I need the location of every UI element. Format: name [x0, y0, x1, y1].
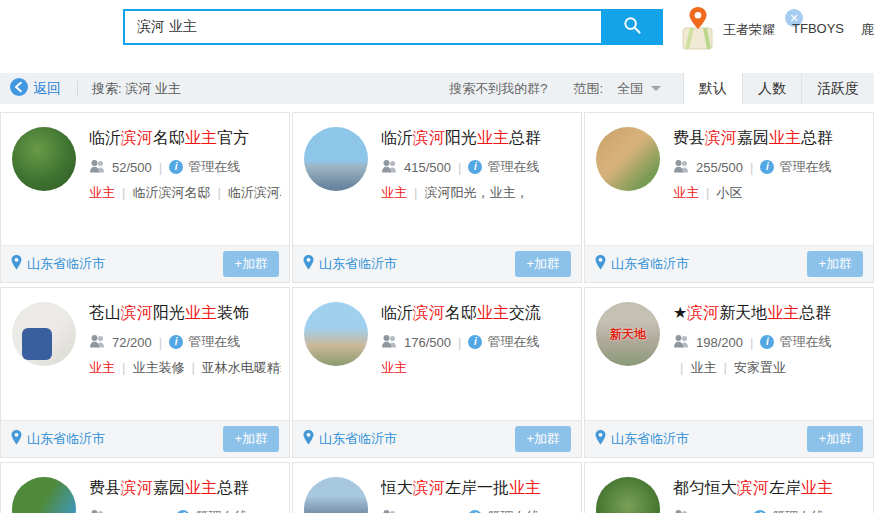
meta-divider: |	[743, 160, 760, 175]
hot-link-tfboys[interactable]: TFBOYS	[792, 21, 844, 39]
member-count: 176/500	[404, 335, 451, 350]
title-text: 临沂	[381, 129, 413, 146]
group-avatar[interactable]	[304, 127, 368, 191]
scope-dropdown[interactable]: 全国	[617, 80, 661, 98]
location-pin-icon	[595, 255, 606, 274]
group-location: 山东省临沂市	[595, 255, 689, 274]
group-location: 山东省临沂市	[11, 255, 105, 274]
title-highlight: 业主	[801, 479, 833, 496]
admin-online-status: 管理在线	[188, 158, 240, 176]
group-avatar[interactable]	[12, 302, 76, 366]
group-avatar[interactable]	[304, 302, 368, 366]
members-icon	[89, 159, 106, 176]
group-title[interactable]: 费县滨河嘉园业主总群	[89, 478, 281, 499]
title-text: 左岸	[769, 479, 801, 496]
info-icon: i	[169, 335, 183, 349]
group-card: 费县滨河嘉园业主总群276/500|i管理在线	[0, 462, 290, 513]
title-text: 总群	[801, 129, 833, 146]
group-title[interactable]: 苍山滨河阳光业主装饰	[89, 303, 281, 324]
members-icon	[673, 334, 690, 351]
card-footer: 山东省临沂市+加群	[1, 245, 289, 282]
location-text: 山东省临沂市	[319, 255, 397, 273]
join-group-button[interactable]: +加群	[515, 426, 571, 452]
join-group-button[interactable]: +加群	[807, 426, 863, 452]
admin-online-status: 管理在线	[195, 508, 247, 513]
title-text: 总群	[509, 129, 541, 146]
group-tags: 业主|小区	[673, 184, 865, 202]
group-title[interactable]: 费县滨河嘉园业主总群	[673, 128, 865, 149]
group-title[interactable]: 恒大滨河左岸一批业主	[381, 478, 573, 499]
group-avatar[interactable]	[304, 477, 368, 513]
tag: 小区	[716, 185, 742, 200]
avatar-sign-text: 新天地	[610, 326, 646, 343]
member-count: 198/200	[696, 335, 743, 350]
tab-activity[interactable]: 活跃度	[801, 73, 874, 104]
group-avatar[interactable]	[12, 127, 76, 191]
member-count: 255/500	[696, 160, 743, 175]
meta-divider: |	[451, 335, 468, 350]
header: ✕ 王者荣耀 TFBOYS 鹿晗	[0, 0, 874, 60]
group-meta: 255/500|i管理在线	[673, 158, 865, 176]
back-button[interactable]: 返回	[10, 78, 61, 100]
back-arrow-icon	[10, 78, 28, 100]
group-card: 新天地★滨河新天地业主总群198/200|i管理在线|业主|安家置业山东省临沂市…	[584, 287, 874, 458]
title-text: 新天地	[719, 304, 767, 321]
group-avatar[interactable]	[596, 127, 660, 191]
join-group-button[interactable]: +加群	[515, 251, 571, 277]
group-tags: |业主|安家置业	[673, 359, 865, 377]
meta-divider: |	[159, 510, 176, 513]
card-footer: 山东省临沂市+加群	[293, 420, 581, 457]
admin-online-status: 管理在线	[487, 333, 539, 351]
title-text: 交流	[509, 304, 541, 321]
tag-highlight: 业主	[89, 360, 115, 375]
group-results-grid: 临沂滨河名邸业主官方52/500|i管理在线业主|临沂滨河名邸|临沂滨河名...…	[0, 112, 874, 513]
location-text: 山东省临沂市	[611, 430, 689, 448]
location-text: 山东省临沂市	[27, 255, 105, 273]
hot-link-wangzherongyao[interactable]: 王者荣耀	[723, 21, 775, 39]
group-meta: 72/200|i管理在线	[673, 508, 865, 513]
tab-default[interactable]: 默认	[683, 73, 742, 104]
search-input[interactable]	[123, 9, 601, 45]
join-group-button[interactable]: +加群	[223, 426, 279, 452]
title-text: 名邸	[445, 304, 477, 321]
meta-divider: |	[152, 335, 169, 350]
map-location-icon[interactable]	[681, 6, 715, 56]
group-tags: 业主|业主装修|亚林水电暖精装|...	[89, 359, 281, 377]
admin-online-status: 管理在线	[487, 158, 539, 176]
chevron-down-icon	[651, 86, 661, 91]
title-highlight: 滨河	[413, 129, 445, 146]
search-query-label: 搜索: 滨河 业主	[92, 80, 181, 98]
title-text: 名邸	[153, 129, 185, 146]
cant-find-group-link[interactable]: 搜索不到我的群?	[449, 80, 547, 98]
title-highlight: 滨河	[121, 479, 153, 496]
title-text: 费县	[673, 129, 705, 146]
title-text: ★	[673, 304, 687, 321]
group-meta: 143/500|i管理在线	[381, 508, 573, 513]
tab-member-count[interactable]: 人数	[742, 73, 801, 104]
hot-link-luhan[interactable]: 鹿晗	[861, 21, 874, 39]
member-count: 276/500	[112, 510, 159, 513]
group-avatar[interactable]: 新天地	[596, 302, 660, 366]
group-avatar[interactable]	[12, 477, 76, 513]
group-title[interactable]: 临沂滨河名邸业主官方	[89, 128, 281, 149]
admin-online-status: 管理在线	[188, 333, 240, 351]
info-icon: i	[760, 335, 774, 349]
group-title[interactable]: ★滨河新天地业主总群	[673, 303, 865, 324]
toolbar-divider	[77, 81, 78, 97]
title-highlight: 滨河	[121, 129, 153, 146]
member-count: 52/500	[112, 160, 152, 175]
title-highlight: 业主	[185, 304, 217, 321]
title-highlight: 滨河	[121, 304, 153, 321]
group-title[interactable]: 都匀恒大滨河左岸业主	[673, 478, 865, 499]
title-text: 临沂	[381, 304, 413, 321]
search-button[interactable]	[601, 9, 663, 45]
admin-online-status: 管理在线	[487, 508, 539, 513]
meta-divider: |	[736, 510, 753, 513]
tag-divider: |	[115, 185, 132, 200]
join-group-button[interactable]: +加群	[807, 251, 863, 277]
group-title[interactable]: 临沂滨河名邸业主交流	[381, 303, 573, 324]
group-meta: 52/500|i管理在线	[89, 158, 281, 176]
join-group-button[interactable]: +加群	[223, 251, 279, 277]
group-avatar[interactable]	[596, 477, 660, 513]
group-title[interactable]: 临沂滨河阳光业主总群	[381, 128, 573, 149]
